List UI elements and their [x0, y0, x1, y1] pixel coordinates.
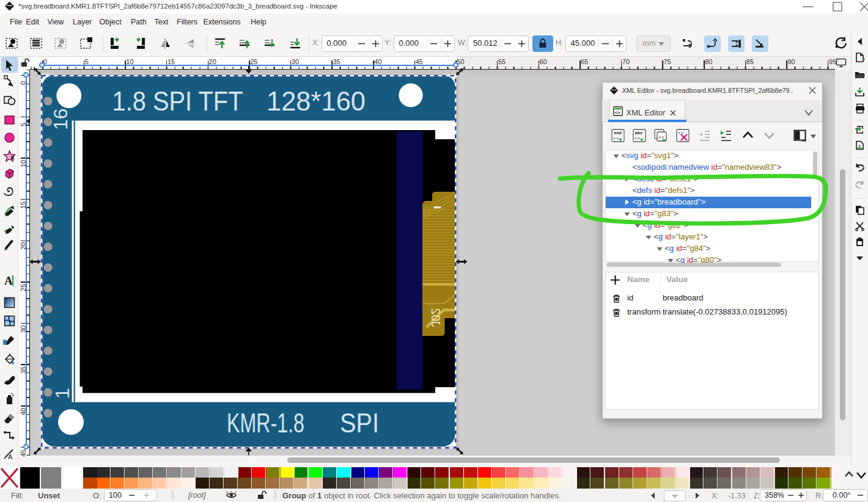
svg-text:J02: J02	[429, 308, 443, 327]
svg-text:A: A	[4, 274, 13, 287]
svg-text:abc: abc	[635, 130, 643, 136]
svg-text:KMR-1.8: KMR-1.8	[227, 409, 304, 438]
svg-text:xml: xml	[614, 130, 622, 136]
svg-text:A: A	[8, 453, 13, 460]
svg-text:<>: <>	[634, 136, 641, 141]
svg-text:16: 16	[50, 108, 72, 130]
svg-text:<>: <>	[614, 110, 620, 115]
svg-text:<>: <>	[613, 136, 619, 141]
svg-text:128*160: 128*160	[267, 87, 366, 116]
svg-text:SPI: SPI	[340, 409, 379, 438]
svg-text:1.8 SPI TFT: 1.8 SPI TFT	[112, 87, 243, 116]
svg-text:1: 1	[51, 388, 73, 399]
